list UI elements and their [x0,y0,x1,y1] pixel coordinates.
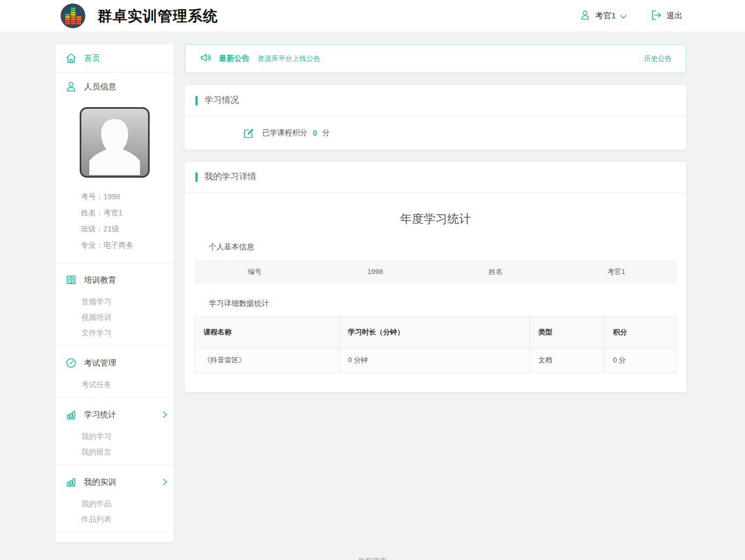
sidebar-item-label: 考试管理 [84,358,116,368]
sidebar-subitem-works-list[interactable]: 作品列表 [55,512,174,527]
sidebar-subitem-exam-task[interactable]: 考试任务 [55,377,174,393]
sidebar-item-training[interactable]: 培训教育 [55,266,174,294]
study-status-card: 学习情况 已学课程积分 0 分 [185,85,686,150]
column-header-type: 类型 [530,317,605,348]
column-header-score: 积分 [604,317,676,348]
sidebar-item-study-stats[interactable]: 学习统计 [55,401,174,429]
announcement-bar: 最新公告 资源库平台上线公告 历史公告 [185,44,686,73]
sidebar-subitem-video-training[interactable]: 视频培训 [55,310,174,325]
cell-score: 0 分 [604,348,676,373]
table-header-row: 课程名称 学习时长（分钟） 类型 积分 [195,317,677,348]
edit-pencil-icon [243,127,255,139]
profile-major: 专业：电子商务 [81,237,174,253]
profile-name: 姓名：考官1 [81,205,174,221]
clock-icon [65,357,77,369]
column-header-course: 课程名称 [195,317,340,348]
user-name: 考官1 [595,11,616,21]
study-details-title: 我的学习详情 [205,171,256,183]
sidebar-item-label: 我的实训 [84,477,116,487]
profile-panel: 考号：1998 姓名：考官1 班级：21级 专业：电子商务 [55,101,174,263]
menu-group-exam: 考试管理 考试任务 [55,346,174,397]
profile-class: 班级：21级 [81,221,174,237]
basic-info-value: 1998 [315,268,435,276]
menu-group-my-practice: 我的实训 我的作品 作品列表 [55,465,174,532]
sidebar-item-label: 首页 [84,53,100,64]
sidebar-item-label: 学习统计 [84,410,116,420]
sidebar-item-label: 培训教育 [84,275,116,285]
copyright-cn: 版权所有 [0,556,745,560]
study-details-card: 我的学习详情 年度学习统计 个人基本信息 编号 1998 姓名 考官1 学习详细… [185,162,686,392]
logout-label: 退出 [666,11,683,21]
menu-group-study-stats: 学习统计 我的学习 我的留言 [55,397,174,465]
sidebar-item-personnel[interactable]: 人员信息 [55,72,174,101]
page-footer: 版权所有 ©Copyright 2009 - 2020. 56sucai.com… [0,542,745,560]
avatar [80,107,150,178]
basic-info-key: 姓名 [435,267,556,277]
cell-duration: 0 分钟 [339,348,530,373]
score-label: 已学课程积分 [262,128,307,138]
score-unit: 分 [322,128,330,138]
sidebar-item-my-practice[interactable]: 我的实训 [55,468,174,496]
accent-bar [195,96,198,106]
basic-info-value: 考官1 [556,267,677,277]
app-logo-equalizer-icon [60,3,86,29]
detail-stats-label: 学习详细数据统计 [209,299,686,309]
study-detail-table: 课程名称 学习时长（分钟） 类型 积分 《抖音雷区》 0 分钟 文档 0 分 [194,316,677,373]
menu-group-training: 培训教育 音频学习 视频培训 文件学习 [55,263,174,346]
home-icon [65,52,77,64]
annual-stats-title: 年度学习统计 [185,193,686,242]
score-value: 0 [313,129,317,137]
sidebar-subitem-my-messages[interactable]: 我的留言 [55,444,174,460]
study-status-title: 学习情况 [205,95,239,106]
bar-chart-icon [65,476,77,488]
profile-exam-no: 考号：1998 [81,188,174,205]
sidebar-subitem-audio-study[interactable]: 音频学习 [55,294,174,310]
logout-icon [650,9,662,23]
open-book-icon [65,274,77,286]
app-title: 群卓实训管理系统 [97,6,218,26]
person-icon [65,81,77,93]
sidebar-subitem-my-study[interactable]: 我的学习 [55,429,174,444]
announcement-link[interactable]: 资源库平台上线公告 [257,54,320,64]
top-bar: 群卓实训管理系统 考官1 退出 [0,0,745,32]
bar-chart-icon [65,409,77,421]
sidebar-item-home[interactable]: 首页 [55,44,174,72]
chevron-right-icon [163,479,167,485]
sidebar-subitem-file-study[interactable]: 文件学习 [55,325,174,341]
chevron-down-icon [620,11,627,20]
speaker-icon [199,51,212,66]
cell-type: 文档 [530,348,605,373]
sidebar: 首页 人员信息 考号：1998 [55,44,174,542]
user-icon [579,9,591,23]
course-score-row: 已学课程积分 0 分 [185,116,686,150]
basic-info-row: 编号 1998 姓名 考官1 [194,260,677,284]
user-menu[interactable]: 考官1 [579,9,627,23]
logout-button[interactable]: 退出 [650,9,683,23]
sidebar-item-exam[interactable]: 考试管理 [55,349,174,377]
basic-info-key: 编号 [194,267,315,277]
sidebar-subitem-my-works[interactable]: 我的作品 [55,496,174,512]
latest-announcement-label: 最新公告 [219,54,249,64]
cell-course-name: 《抖音雷区》 [195,348,340,373]
accent-bar [195,172,198,182]
sidebar-item-label: 人员信息 [84,82,116,92]
column-header-duration: 学习时长（分钟） [339,317,530,348]
chevron-right-icon [163,411,167,418]
history-announcements-link[interactable]: 历史公告 [644,54,672,64]
table-row: 《抖音雷区》 0 分钟 文档 0 分 [195,348,677,373]
basic-info-label: 个人基本信息 [209,242,686,252]
